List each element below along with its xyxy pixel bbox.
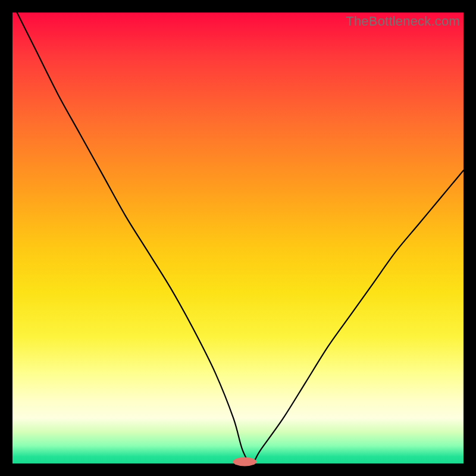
curve-path xyxy=(12,4,464,464)
chart-frame: TheBottleneck.com xyxy=(0,0,476,476)
minimum-marker xyxy=(233,457,256,466)
plot-area: TheBottleneck.com xyxy=(12,12,464,464)
bottleneck-curve xyxy=(12,12,464,464)
